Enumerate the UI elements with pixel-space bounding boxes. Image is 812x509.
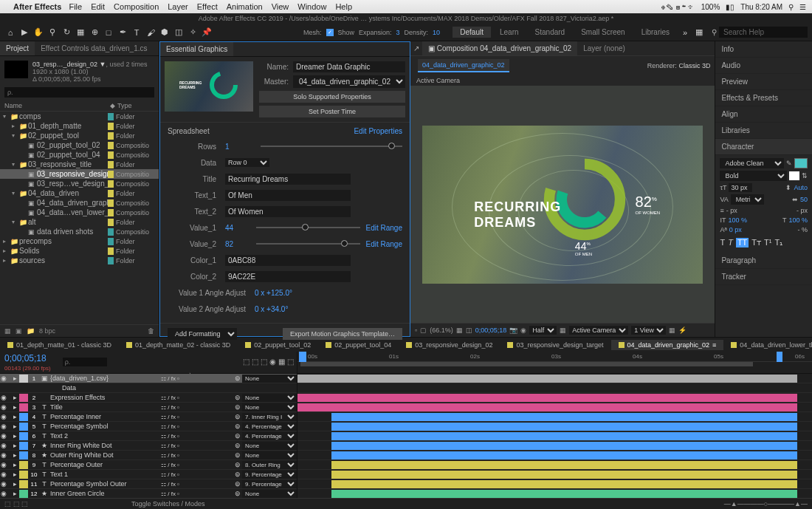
swap-colors-icon[interactable]: ⇅ xyxy=(802,172,808,180)
project-item[interactable]: ▣data driven shotsCompositio xyxy=(0,227,159,236)
project-search-input[interactable] xyxy=(4,87,154,98)
trash-icon[interactable]: 🗑 xyxy=(148,327,154,335)
shape-tool-icon[interactable]: □ xyxy=(103,27,114,38)
project-item[interactable]: ▣02_puppet_tool_02Compositio xyxy=(0,140,159,150)
eg-color[interactable]: 9AC22E xyxy=(225,271,351,282)
work-area-bar[interactable] xyxy=(300,362,753,366)
timeline-tab[interactable]: 01_depth_matte_01 - classic 3D xyxy=(0,340,119,350)
draft-3d-icon[interactable]: ⬚ xyxy=(287,358,294,366)
font-style-select[interactable]: Bold xyxy=(720,171,787,181)
bold-button[interactable]: T xyxy=(720,238,725,247)
layer-bar[interactable] xyxy=(331,423,798,431)
tracking-value[interactable]: 50 xyxy=(800,196,808,203)
layer-bar[interactable] xyxy=(331,442,798,450)
kerning-select[interactable]: Metrics xyxy=(731,194,764,205)
spotlight-icon[interactable]: ⚲ xyxy=(788,3,794,11)
camera-select[interactable]: Active Camera xyxy=(569,326,628,335)
allcaps-button[interactable]: TT xyxy=(736,238,749,247)
value-slider[interactable] xyxy=(256,227,360,228)
menu-edit[interactable]: Edit xyxy=(91,2,105,11)
set-poster-time-button[interactable]: Set Poster Time xyxy=(259,106,405,117)
solo-supported-button[interactable]: Solo Supported Properties xyxy=(259,91,405,103)
eg-field-text_1[interactable]: Of Men xyxy=(225,190,351,201)
app-name[interactable]: After Effects xyxy=(13,2,61,11)
timeline-tab[interactable]: 04_data_driven_graphic_02 ≡ xyxy=(611,340,724,350)
add-formatting-select[interactable]: Add Formatting xyxy=(168,328,237,340)
pixel-aspect-icon[interactable]: ▦ xyxy=(669,327,675,334)
timeline-tab[interactable]: 04_data_driven_lower_third xyxy=(723,340,812,350)
roto-tool-icon[interactable]: ✧ xyxy=(187,27,199,38)
rows-value[interactable]: 1 xyxy=(225,143,255,151)
home-icon[interactable]: ⌂ xyxy=(4,27,16,38)
workspace-default[interactable]: Default xyxy=(453,27,491,38)
layer-bar[interactable] xyxy=(297,375,797,383)
current-time[interactable]: 0;00;05;18 xyxy=(0,352,55,365)
eyedropper-icon[interactable]: ✎ xyxy=(786,160,792,167)
project-item[interactable]: ▾📁compsFolder xyxy=(0,112,159,121)
eg-color[interactable]: 0ABC88 xyxy=(225,255,351,266)
zoom-value[interactable]: (66.1%) xyxy=(430,327,453,334)
eg-value[interactable]: 44 xyxy=(225,224,250,232)
eg-master-select[interactable]: 04_data_driven_graphic_02 xyxy=(293,75,405,88)
roi-icon[interactable]: ▦ xyxy=(560,327,566,334)
timeline-layer-row[interactable]: ◉▸11TPercentage Symbol Outer⚏ / fx ▫⊚9. … xyxy=(0,479,297,489)
rows-slider[interactable] xyxy=(261,146,402,147)
menu-layer[interactable]: Layer xyxy=(168,2,188,11)
project-item[interactable]: ▾📁04_data_drivenFolder xyxy=(0,188,159,198)
pan-behind-tool-icon[interactable]: ⊕ xyxy=(89,27,100,38)
leading-value[interactable]: Auto xyxy=(794,184,808,191)
menu-window[interactable]: Window xyxy=(297,2,326,11)
motion-blur-icon[interactable]: ◉ xyxy=(269,358,276,366)
layer-bar[interactable] xyxy=(331,480,798,488)
edit-range-link[interactable]: Edit Range xyxy=(366,240,402,248)
layer-tab[interactable]: Layer (none) xyxy=(577,41,631,55)
zoom-tool-icon[interactable]: ⚲ xyxy=(47,27,58,38)
time-display[interactable]: 0;00;05;18 xyxy=(475,327,507,334)
brush-tool-icon[interactable]: 🖌 xyxy=(145,27,156,38)
mesh-show-checkbox[interactable]: ✓ xyxy=(326,29,334,36)
project-item[interactable]: ▸📁precompsFolder xyxy=(0,236,159,246)
new-comp-icon[interactable]: ▣ xyxy=(16,327,22,335)
tab-libraries[interactable]: Libraries xyxy=(715,123,812,139)
expansion-value[interactable]: 3 xyxy=(396,29,400,36)
project-item[interactable]: ▾📁02_puppet_toolFolder xyxy=(0,131,159,140)
value-slider[interactable] xyxy=(256,243,360,245)
channel-icon[interactable]: ◉ xyxy=(520,327,526,334)
layer-bar[interactable] xyxy=(331,471,798,479)
comp-flowchart-tab[interactable]: 04_data_driven_graphic_02 xyxy=(418,59,509,72)
arrow-icon[interactable]: ↗ xyxy=(410,43,422,54)
eraser-tool-icon[interactable]: ◫ xyxy=(173,27,185,38)
comp-tab[interactable]: ▣ Composition 04_data_driven_graphic_02 xyxy=(422,41,577,55)
tab-character[interactable]: Character xyxy=(715,139,812,155)
layer-bar[interactable] xyxy=(331,413,798,421)
tab-info[interactable]: Info xyxy=(715,41,812,58)
tab-audio[interactable]: Audio xyxy=(715,58,812,74)
layer-bar[interactable] xyxy=(331,432,798,440)
project-item[interactable]: ▣03_responsive_design_02Compositio xyxy=(0,169,159,179)
export-mogrt-button[interactable]: Export Motion Graphics Template… xyxy=(283,328,402,340)
layer-bar[interactable] xyxy=(297,403,797,411)
col-label-icon[interactable]: ◆ xyxy=(110,102,117,109)
clone-tool-icon[interactable]: ⬢ xyxy=(159,27,171,38)
workspace-small-screen[interactable]: Small Screen xyxy=(574,27,632,38)
timeline-tab[interactable]: 03_responsive_design_02 xyxy=(399,340,500,350)
layer-bar[interactable] xyxy=(297,394,797,402)
timeline-tab[interactable]: 01_depth_matte_02 - classic 3D xyxy=(119,340,238,350)
project-item[interactable]: ▣03_resp…ve_design_targetCompositio xyxy=(0,179,159,188)
stroke-color-swatch[interactable] xyxy=(789,171,799,180)
project-item[interactable]: ▸📁sourcesFolder xyxy=(0,256,159,265)
menu-view[interactable]: View xyxy=(272,2,289,11)
menu-composition[interactable]: Composition xyxy=(114,2,159,11)
resolution-select[interactable]: Half xyxy=(529,326,557,335)
mask-icon[interactable]: ◫ xyxy=(466,327,472,334)
puppet-tool-icon[interactable]: 📌 xyxy=(201,27,213,38)
workspace-learn[interactable]: Learn xyxy=(492,27,526,38)
tab-essential-graphics[interactable]: Essential Graphics xyxy=(160,42,233,56)
smallcaps-button[interactable]: Tᴛ xyxy=(751,238,761,247)
edit-range-link[interactable]: Edit Range xyxy=(366,224,402,232)
new-folder-icon[interactable]: 📁 xyxy=(27,327,35,335)
view-count-select[interactable]: 1 View xyxy=(631,326,666,335)
eg-field-text_2[interactable]: Of Women xyxy=(225,206,351,217)
project-item[interactable]: ▣04_data…ven_lower_thirdsCompositio xyxy=(0,208,159,217)
workspace-settings-icon[interactable]: ▦ xyxy=(693,27,705,38)
